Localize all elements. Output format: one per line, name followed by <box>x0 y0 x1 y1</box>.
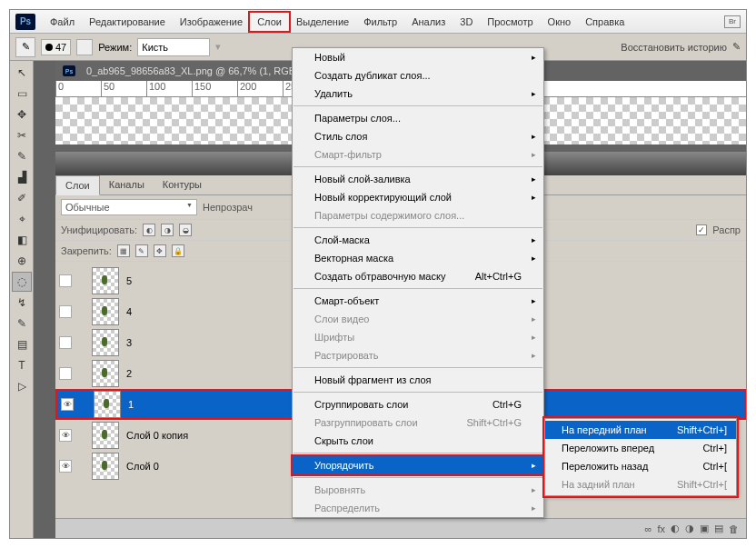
dd-item-12[interactable]: Слой-маска <box>293 231 543 249</box>
layer-name[interactable]: Слой 0 копия <box>126 430 188 441</box>
arrange-submenu: На передний планShift+Ctrl+]Переложить в… <box>544 418 737 496</box>
tool-4[interactable]: ✎ <box>12 146 32 166</box>
visibility-icon[interactable] <box>59 367 72 380</box>
dd-item-9[interactable]: Новый корректирующий слой <box>293 188 543 206</box>
layer-name[interactable]: Слой 0 <box>126 461 159 472</box>
dd-item-13[interactable]: Векторная маска <box>293 249 543 267</box>
tool-1[interactable]: ▭ <box>12 84 32 104</box>
tool-6[interactable]: ✐ <box>12 188 32 208</box>
tool-preset-icon[interactable]: ✎ <box>15 37 35 57</box>
lock-transparency-icon[interactable]: ▦ <box>117 244 130 257</box>
brush-settings-icon[interactable] <box>76 39 93 55</box>
panel-bottom-bar: ∞fx◐◑▣▤🗑 <box>55 518 746 538</box>
mode-select[interactable]: Кисть <box>137 38 210 56</box>
tool-13[interactable]: ▤ <box>12 334 32 354</box>
layer-thumb[interactable] <box>94 391 121 418</box>
dd-item-21[interactable]: Новый фрагмент из слоя <box>293 371 543 389</box>
visibility-icon[interactable]: 👁 <box>59 429 72 442</box>
menu-6[interactable]: Анализ <box>404 13 453 31</box>
opacity-label: Непрозрач <box>203 202 253 213</box>
dd-item-8[interactable]: Новый слой-заливка <box>293 170 543 188</box>
toolbox: ↖▭✥✂✎▟✐⌖◧⊕◌↯✎▤T▷ <box>10 61 34 538</box>
menu-9[interactable]: Окно <box>541 13 579 31</box>
layer-name[interactable]: 2 <box>126 368 132 379</box>
unify-icon-3[interactable]: ◒ <box>179 224 192 236</box>
layer-thumb[interactable] <box>92 360 119 387</box>
dd-item-5[interactable]: Стиль слоя <box>293 127 543 145</box>
menu-3[interactable]: Слои <box>250 13 289 31</box>
dd-item-2[interactable]: Удалить <box>293 85 543 103</box>
menu-4[interactable]: Выделение <box>289 13 356 31</box>
sub-item-0[interactable]: На передний планShift+Ctrl+] <box>545 421 736 439</box>
dd-item-27[interactable]: Упорядочить <box>293 456 543 474</box>
panel-bot-btn-5[interactable]: ▤ <box>714 523 723 534</box>
panel-bot-btn-4[interactable]: ▣ <box>700 523 709 534</box>
layer-name[interactable]: 3 <box>126 337 132 348</box>
menu-10[interactable]: Справка <box>578 13 632 31</box>
menu-1[interactable]: Редактирование <box>82 13 173 31</box>
dd-item-29: Выровнять <box>293 481 543 499</box>
panel-bot-btn-1[interactable]: fx <box>657 523 665 534</box>
layer-thumb[interactable] <box>92 267 119 294</box>
dd-item-25[interactable]: Скрыть слои <box>293 432 543 450</box>
panel-bot-btn-2[interactable]: ◐ <box>671 523 680 534</box>
tool-11[interactable]: ↯ <box>12 293 32 313</box>
panel-tab-2[interactable]: Контуры <box>154 175 211 194</box>
layer-name[interactable]: 1 <box>128 399 134 410</box>
layer-thumb[interactable] <box>92 298 119 325</box>
app-logo: Ps <box>15 14 35 30</box>
layer-thumb[interactable] <box>92 422 119 449</box>
brush-size-label: 47 <box>55 42 66 53</box>
menu-7[interactable]: 3D <box>453 13 480 31</box>
tool-9[interactable]: ⊕ <box>12 251 32 271</box>
menu-0[interactable]: Файл <box>43 13 82 31</box>
visibility-icon[interactable] <box>59 336 72 349</box>
unify-icon-1[interactable]: ◐ <box>143 224 155 236</box>
tool-3[interactable]: ✂ <box>12 125 32 145</box>
dd-item-1[interactable]: Создать дубликат слоя... <box>293 66 543 85</box>
document-tab[interactable]: Ps 0_ab965_98656a83_XL.png @ 66,7% (1, R… <box>55 61 303 81</box>
layer-thumb[interactable] <box>92 329 119 356</box>
visibility-icon[interactable]: 👁 <box>61 398 74 411</box>
tool-8[interactable]: ◧ <box>12 230 32 250</box>
brush-preview[interactable]: 47 <box>41 39 71 55</box>
menu-8[interactable]: Просмотр <box>480 13 540 31</box>
restore-history[interactable]: Восстановить историю ✎ <box>621 41 741 53</box>
visibility-icon[interactable] <box>59 305 72 318</box>
tool-5[interactable]: ▟ <box>12 167 32 187</box>
dd-item-16[interactable]: Смарт-объект <box>293 292 543 310</box>
lock-position-icon[interactable]: ✥ <box>154 244 166 257</box>
menu-5[interactable]: Фильтр <box>356 13 404 31</box>
tool-7[interactable]: ⌖ <box>12 209 32 229</box>
sub-item-1[interactable]: Переложить впередCtrl+] <box>545 439 736 457</box>
sub-item-2[interactable]: Переложить назадCtrl+[ <box>545 457 736 475</box>
panel-bot-btn-0[interactable]: ∞ <box>645 523 652 534</box>
dd-item-23[interactable]: Сгруппировать слоиCtrl+G <box>293 395 543 413</box>
dd-item-4[interactable]: Параметры слоя... <box>293 109 543 127</box>
tool-12[interactable]: ✎ <box>12 314 32 334</box>
tool-2[interactable]: ✥ <box>12 105 32 125</box>
layer-thumb[interactable] <box>92 453 119 480</box>
visibility-icon[interactable]: 👁 <box>59 460 72 473</box>
panel-bot-btn-3[interactable]: ◑ <box>685 523 694 534</box>
tool-10[interactable]: ◌ <box>12 272 32 292</box>
panel-tab-0[interactable]: Слои <box>55 175 100 195</box>
unify-label: Унифицировать: <box>61 224 137 235</box>
panel-bot-btn-6[interactable]: 🗑 <box>729 523 739 534</box>
lock-all-icon[interactable]: 🔒 <box>172 244 184 257</box>
panel-tab-1[interactable]: Каналы <box>100 175 154 194</box>
layer-name[interactable]: 5 <box>126 275 132 286</box>
tool-0[interactable]: ↖ <box>12 63 32 83</box>
visibility-icon[interactable] <box>59 274 72 287</box>
unify-icon-2[interactable]: ◑ <box>161 224 174 236</box>
propagate-checkbox[interactable]: ✓ <box>696 224 707 235</box>
dd-item-0[interactable]: Новый <box>293 48 543 66</box>
dd-item-14[interactable]: Создать обтравочную маскуAlt+Ctrl+G <box>293 267 543 285</box>
layer-name[interactable]: 4 <box>126 306 132 317</box>
lock-pixels-icon[interactable]: ✎ <box>135 244 148 257</box>
tool-15[interactable]: ▷ <box>12 376 32 396</box>
blend-mode-select[interactable]: Обычные <box>61 199 197 215</box>
menubar: ФайлРедактированиеИзображениеСлоиВыделен… <box>43 10 632 34</box>
tool-14[interactable]: T <box>12 355 32 375</box>
menu-2[interactable]: Изображение <box>173 13 250 31</box>
